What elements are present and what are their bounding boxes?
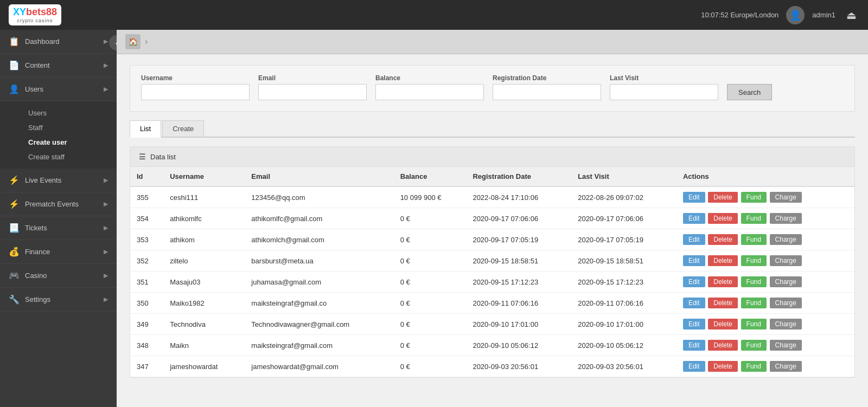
- edit-button[interactable]: Edit: [683, 192, 705, 203]
- delete-button[interactable]: Delete: [708, 361, 738, 372]
- table-row: 354 athikomlfc athikomlfc@gmail.com 0 € …: [130, 208, 854, 229]
- regdate-input[interactable]: [493, 84, 601, 100]
- sidebar-label-live-events: Live Events: [25, 176, 98, 184]
- sidebar-sub-staff[interactable]: Staff: [28, 120, 117, 135]
- fund-button[interactable]: Fund: [741, 319, 767, 330]
- charge-button[interactable]: Charge: [770, 276, 802, 287]
- sidebar-item-users[interactable]: 👤 Users ▶: [0, 77, 117, 101]
- cell-actions: Edit Delete Fund Charge: [676, 186, 854, 208]
- edit-button[interactable]: Edit: [683, 234, 705, 245]
- charge-button[interactable]: Charge: [770, 255, 802, 266]
- cell-actions: Edit Delete Fund Charge: [676, 314, 854, 335]
- users-icon: 👤: [9, 84, 20, 94]
- sidebar-sub-create-user[interactable]: Create user: [28, 135, 117, 150]
- edit-button[interactable]: Edit: [683, 255, 705, 266]
- chevron-right-icon: ▶: [104, 248, 108, 255]
- cell-actions: Edit Delete Fund Charge: [676, 272, 854, 293]
- cell-email: 123456@qq.com: [245, 186, 393, 208]
- edit-button[interactable]: Edit: [683, 213, 705, 224]
- charge-button[interactable]: Charge: [770, 319, 802, 330]
- table-row: 348 Maikn maiksteingraf@gmail.com 0 € 20…: [130, 335, 854, 356]
- delete-button[interactable]: Delete: [708, 255, 738, 266]
- cell-lastvisit: 2020-09-15 17:12:23: [571, 272, 676, 293]
- edit-button[interactable]: Edit: [683, 361, 705, 372]
- sidebar-sub-create-staff[interactable]: Create staff: [28, 150, 117, 164]
- cell-balance: 0 €: [394, 293, 467, 314]
- logo-subtitle: crypto casino: [17, 18, 53, 23]
- logo-xy: XY: [13, 7, 26, 17]
- search-button[interactable]: Search: [727, 84, 772, 100]
- chevron-right-icon: ▶: [104, 62, 108, 69]
- charge-button[interactable]: Charge: [770, 298, 802, 308]
- balance-input[interactable]: [375, 84, 484, 100]
- balance-filter-label: Balance: [375, 74, 484, 82]
- cell-lastvisit: 2020-09-17 07:06:06: [571, 208, 676, 229]
- sidebar-item-settings[interactable]: 🔧 Settings ▶: [0, 288, 117, 312]
- charge-button[interactable]: Charge: [770, 234, 802, 245]
- sidebar-item-casino[interactable]: 🎮 Casino ▶: [0, 264, 117, 288]
- edit-button[interactable]: Edit: [683, 319, 705, 330]
- fund-button[interactable]: Fund: [741, 213, 767, 224]
- cell-lastvisit: 2022-08-26 09:07:02: [571, 186, 676, 208]
- delete-button[interactable]: Delete: [708, 298, 738, 308]
- cell-id: 353: [130, 229, 163, 250]
- cell-regdate: 2020-09-10 17:01:00: [466, 314, 571, 335]
- charge-button[interactable]: Charge: [770, 192, 802, 203]
- logout-icon[interactable]: ⏏: [843, 7, 859, 23]
- delete-button[interactable]: Delete: [708, 340, 738, 351]
- fund-button[interactable]: Fund: [741, 361, 767, 372]
- cell-username: Maiko1982: [163, 293, 245, 314]
- table-body: 355 ceshi111 123456@qq.com 10 099 900 € …: [130, 186, 854, 377]
- main-content: Username Email Balance Registration Date: [117, 54, 868, 407]
- balance-filter: Balance: [375, 74, 484, 100]
- sidebar-item-tickets[interactable]: 📃 Tickets ▶: [0, 216, 117, 240]
- fund-button[interactable]: Fund: [741, 276, 767, 287]
- col-email: Email: [245, 167, 393, 186]
- cell-actions: Edit Delete Fund Charge: [676, 250, 854, 272]
- col-username: Username: [163, 167, 245, 186]
- delete-button[interactable]: Delete: [708, 276, 738, 287]
- edit-button[interactable]: Edit: [683, 340, 705, 351]
- delete-button[interactable]: Delete: [708, 192, 738, 203]
- cell-email: jameshowardat@gmail.com: [245, 356, 393, 377]
- avatar[interactable]: 👤: [786, 6, 805, 24]
- sidebar-item-content[interactable]: 📄 Content ▶: [0, 54, 117, 77]
- email-input[interactable]: [258, 84, 367, 100]
- delete-button[interactable]: Delete: [708, 319, 738, 330]
- edit-button[interactable]: Edit: [683, 298, 705, 308]
- charge-button[interactable]: Charge: [770, 213, 802, 224]
- table-row: 353 athikom athikomlch@gmail.com 0 € 202…: [130, 229, 854, 250]
- tabs-row: List Create: [130, 120, 855, 138]
- sidebar-sub-users[interactable]: Users: [28, 106, 117, 120]
- delete-button[interactable]: Delete: [708, 234, 738, 245]
- cell-balance: 0 €: [394, 208, 467, 229]
- content-area: 🏠 › Username Email Balance: [117, 30, 868, 407]
- username-input[interactable]: [141, 84, 250, 100]
- fund-button[interactable]: Fund: [741, 192, 767, 203]
- logo: XYbets88 crypto casino: [9, 4, 61, 25]
- table-row: 352 ziltelo barsburst@meta.ua 0 € 2020-0…: [130, 250, 854, 272]
- tab-list[interactable]: List: [130, 120, 161, 138]
- fund-button[interactable]: Fund: [741, 298, 767, 308]
- sidebar-item-live-events[interactable]: ⚡ Live Events ▶: [0, 169, 117, 192]
- sidebar-item-dashboard[interactable]: 📋 Dashboard ▶: [0, 30, 117, 54]
- fund-button[interactable]: Fund: [741, 234, 767, 245]
- fund-button[interactable]: Fund: [741, 255, 767, 266]
- cell-username: athikom: [163, 229, 245, 250]
- edit-button[interactable]: Edit: [683, 276, 705, 287]
- fund-button[interactable]: Fund: [741, 340, 767, 351]
- charge-button[interactable]: Charge: [770, 340, 802, 351]
- cell-regdate: 2020-09-15 18:58:51: [466, 250, 571, 272]
- cell-username: athikomlfc: [163, 208, 245, 229]
- tab-create[interactable]: Create: [162, 120, 204, 137]
- breadcrumb-home[interactable]: 🏠: [125, 34, 141, 49]
- sidebar-label-users: Users: [25, 85, 98, 93]
- chevron-right-icon: ▶: [104, 177, 108, 184]
- sidebar-item-finance[interactable]: 💰 Finance ▶: [0, 240, 117, 264]
- lastvisit-input[interactable]: [610, 84, 718, 100]
- charge-button[interactable]: Charge: [770, 361, 802, 372]
- breadcrumb-arrow: ›: [145, 37, 148, 47]
- delete-button[interactable]: Delete: [708, 213, 738, 224]
- topbar: XYbets88 crypto casino 10:07:52 Europe/L…: [0, 0, 868, 30]
- sidebar-item-prematch-events[interactable]: ⚡ Prematch Events ▶: [0, 192, 117, 216]
